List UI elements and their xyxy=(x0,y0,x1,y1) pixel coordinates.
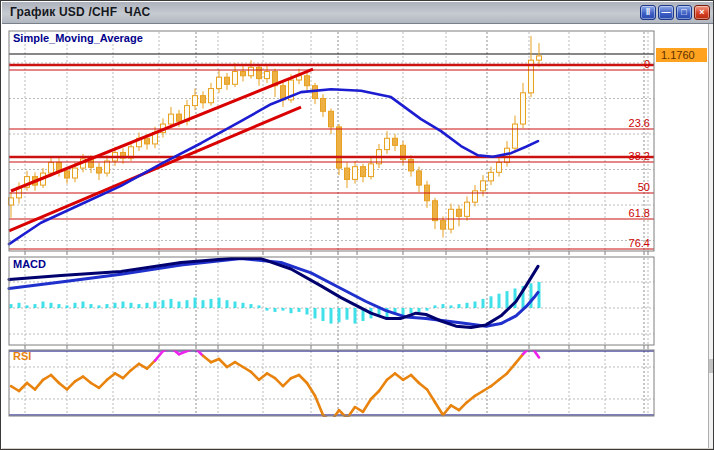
rsi-segment xyxy=(275,378,283,386)
rsi-pane-title: RSI xyxy=(13,350,31,362)
rsi-segment xyxy=(491,380,499,386)
rsi-segment xyxy=(107,373,115,379)
candle xyxy=(537,56,542,60)
rsi-segment xyxy=(67,381,75,389)
candle xyxy=(305,76,310,86)
candle xyxy=(353,167,358,180)
rsi-segment xyxy=(483,386,491,391)
candle xyxy=(417,171,422,185)
candle xyxy=(393,138,398,145)
trendline xyxy=(11,69,313,191)
candle xyxy=(105,161,110,173)
rsi-segment xyxy=(355,407,363,412)
rsi-line-group xyxy=(11,346,539,421)
rsi-segment xyxy=(11,386,19,391)
rsi-segment xyxy=(435,402,443,415)
rsi-segment xyxy=(395,373,403,379)
candle xyxy=(49,162,54,173)
candle xyxy=(521,93,526,124)
rsi-segment xyxy=(43,375,51,380)
candle xyxy=(369,164,374,177)
candle xyxy=(489,172,494,181)
rsi-segment xyxy=(251,372,259,380)
current-price-tag: 1.1760 xyxy=(656,48,707,62)
rsi-segment xyxy=(235,362,243,367)
right-scrollbar[interactable] xyxy=(708,24,714,448)
fib-label: 38.2 xyxy=(629,150,650,162)
rsi-segment xyxy=(363,399,371,412)
macd-signal-line xyxy=(9,259,538,327)
candle xyxy=(481,181,486,191)
candle xyxy=(169,114,174,124)
rsi-segment xyxy=(283,378,291,386)
rsi-segment xyxy=(219,359,227,367)
rsi-segment xyxy=(403,375,411,380)
fib-label: 61.8 xyxy=(629,207,650,219)
rsi-segment xyxy=(267,373,275,378)
rsi-segment xyxy=(59,383,67,389)
candle xyxy=(457,209,462,216)
rsi-segment xyxy=(115,373,123,378)
rsi-segment xyxy=(515,354,523,364)
candle xyxy=(465,202,470,216)
main-pane-title: Simple_Moving_Average xyxy=(13,32,143,44)
rsi-segment xyxy=(91,383,99,388)
rsi-segment xyxy=(203,356,211,362)
candle xyxy=(361,167,366,177)
rsi-segment xyxy=(371,391,379,399)
rsi-segment xyxy=(27,383,35,389)
candle xyxy=(177,114,182,121)
candle xyxy=(201,96,206,103)
rsi-segment xyxy=(419,383,427,389)
rsi-segment xyxy=(347,407,355,418)
candle xyxy=(265,72,270,79)
candle xyxy=(441,221,446,230)
rsi-segment xyxy=(427,389,435,402)
candle xyxy=(513,124,518,148)
scrollbar-thumb[interactable] xyxy=(709,359,713,373)
rsi-segment xyxy=(451,405,459,410)
rsi-segment xyxy=(531,346,539,357)
fib-label: 0 xyxy=(644,58,650,70)
candle xyxy=(73,168,78,178)
rsi-segment xyxy=(243,367,251,372)
candle xyxy=(241,72,246,76)
candle xyxy=(145,138,150,144)
candle xyxy=(329,111,334,127)
candle xyxy=(233,72,238,85)
rsi-segment xyxy=(19,383,27,391)
candle xyxy=(433,201,438,221)
candle xyxy=(497,162,502,172)
rsi-segment xyxy=(387,373,395,379)
candle xyxy=(65,171,70,178)
rsi-segment xyxy=(123,370,131,378)
chart-canvas[interactable]: 023.638.25061.876.4 xyxy=(1,1,714,450)
rsi-segment xyxy=(75,377,83,382)
rsi-segment xyxy=(459,402,467,410)
candle xyxy=(225,77,230,84)
rsi-segment xyxy=(99,380,107,388)
rsi-segment xyxy=(259,373,267,379)
candle xyxy=(193,96,198,106)
rsi-segment xyxy=(51,375,59,383)
rsi-segment xyxy=(299,375,307,383)
candle xyxy=(209,89,214,103)
fib-label: 50 xyxy=(638,181,650,193)
macd-line xyxy=(9,259,538,328)
rsi-segment xyxy=(411,375,419,383)
fib-label: 76.4 xyxy=(629,237,650,249)
candle xyxy=(257,67,262,78)
fib-label: 23.6 xyxy=(629,117,650,129)
rsi-segment xyxy=(35,380,43,390)
chart-window: График USD /CHF ЧАС ‖ — □ × 023.638.2506… xyxy=(0,0,714,450)
rsi-segment xyxy=(507,364,515,374)
rsi-segment xyxy=(499,373,507,379)
rsi-segment xyxy=(339,410,347,418)
candle xyxy=(409,160,414,171)
candle xyxy=(345,168,350,179)
rsi-segment xyxy=(443,405,451,415)
candle xyxy=(97,167,102,173)
candle xyxy=(217,77,222,88)
rsi-segment xyxy=(139,364,147,369)
macd-pane-title: MACD xyxy=(13,258,46,270)
